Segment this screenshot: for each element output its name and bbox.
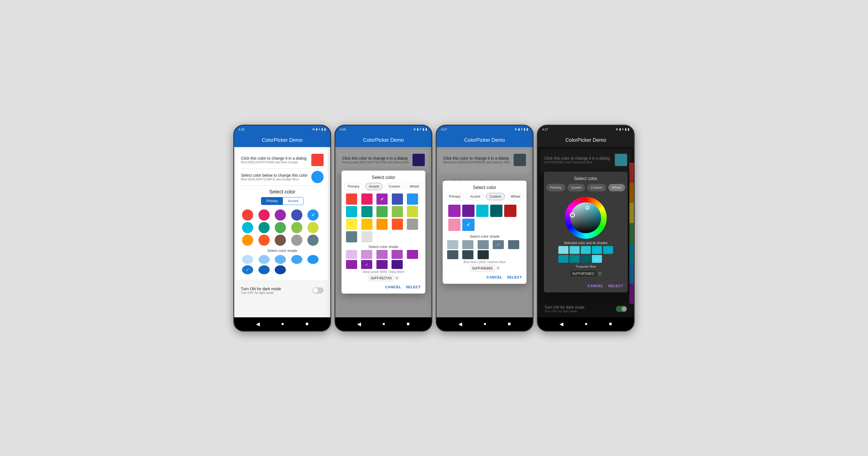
color-item-2-row[interactable]: Select color below to change this color … [241, 171, 323, 183]
shade-d2-1[interactable] [346, 250, 357, 259]
back-nav[interactable]: ◀ [256, 321, 260, 327]
shade-d2-9[interactable] [392, 260, 403, 269]
toggle-track-1[interactable] [312, 287, 323, 294]
sel-shade-2[interactable] [569, 246, 580, 254]
color-wheel[interactable] [565, 197, 607, 239]
shade-d2-2[interactable] [361, 250, 372, 259]
shade3-5[interactable] [508, 240, 519, 249]
back-nav-4[interactable]: ◀ [559, 321, 563, 327]
shade3-2[interactable] [462, 240, 473, 249]
color-item-1-row[interactable]: Click this color to change it in a dialo… [241, 154, 323, 166]
dgrid-blue[interactable] [407, 193, 418, 205]
shade-d2-4[interactable] [392, 250, 403, 259]
custom-c2[interactable] [462, 205, 474, 217]
shade-700[interactable]: ✓ [242, 265, 253, 274]
dgrid-teal[interactable] [361, 206, 373, 217]
color-bluegrey[interactable] [307, 235, 318, 246]
dialog-tab-primary-2[interactable]: Primary [344, 183, 363, 190]
home-nav-2[interactable]: ● [382, 321, 385, 327]
shade-d2-7-chk[interactable]: ✓ [361, 260, 372, 269]
custom-c7-chk[interactable]: ✓ [462, 219, 474, 231]
shade3-8[interactable] [477, 250, 489, 259]
shade3-1[interactable] [447, 240, 458, 249]
color-teal[interactable] [258, 222, 270, 233]
shade-200[interactable] [258, 255, 270, 264]
dgrid-green[interactable] [376, 206, 388, 217]
sel-shade-4[interactable] [592, 246, 602, 254]
color-indigo[interactable] [291, 209, 302, 221]
dgrid-purple-chk[interactable]: ✓ [376, 193, 388, 205]
dgrid-amber[interactable] [361, 219, 373, 230]
dgrid-orange[interactable] [376, 219, 388, 230]
sel-shade-5[interactable] [603, 246, 613, 254]
dgrid-bgrey[interactable] [346, 231, 357, 242]
dgrid-lgreen[interactable] [392, 206, 403, 217]
tab-primary-1[interactable]: Primary [261, 197, 283, 205]
shade-d2-5[interactable] [407, 250, 418, 259]
shade-900[interactable] [275, 265, 286, 274]
shade3-3[interactable] [477, 240, 489, 249]
shade-300[interactable] [275, 255, 286, 264]
cancel-button-2[interactable]: CANCEL [385, 285, 401, 289]
shade-d2-3[interactable] [376, 250, 388, 259]
recent-nav[interactable]: ■ [305, 321, 309, 327]
color-cyan[interactable] [242, 222, 253, 233]
custom-c4[interactable] [490, 205, 502, 217]
color-swatch-1[interactable] [311, 154, 323, 166]
dialog-tab-custom-3[interactable]: Custom [486, 193, 505, 200]
select-button-2[interactable]: SELECT [406, 285, 421, 289]
color-circle-1[interactable] [311, 171, 323, 183]
dialog-tab-accent-2[interactable]: Accent [365, 183, 383, 190]
custom-c1[interactable] [448, 205, 461, 217]
dgrid-pink[interactable] [361, 193, 373, 205]
saturation-selector[interactable] [586, 206, 589, 210]
dialog-tab-wheel-2[interactable]: Wheel [406, 183, 423, 190]
color-pink[interactable] [258, 209, 270, 221]
dialog-tab-wheel-3[interactable]: Wheel [507, 193, 524, 200]
custom-c3[interactable] [476, 205, 489, 217]
dgrid-dorange[interactable] [392, 219, 403, 230]
color-green[interactable] [275, 222, 286, 233]
shade-400[interactable] [291, 255, 302, 264]
custom-c5[interactable] [504, 205, 517, 217]
sel-shade-6[interactable] [558, 255, 568, 263]
home-nav[interactable]: ● [281, 321, 284, 327]
color-deeporange[interactable] [258, 235, 270, 246]
back-nav-2[interactable]: ◀ [357, 321, 361, 327]
dark-mode-toggle-1[interactable]: Turn ON for dark mode Turn OFF for light… [237, 284, 328, 297]
cancel-button-4[interactable]: CANCEL [588, 284, 603, 288]
dialog-tab-custom-2[interactable]: Custom [385, 183, 404, 190]
color-orange[interactable] [242, 235, 253, 246]
color-lime[interactable] [307, 222, 318, 233]
shade3-4-chk[interactable]: ✓ [493, 240, 504, 249]
shade-d2-6[interactable] [346, 260, 357, 269]
dialog-tab-primary-4[interactable]: Primary [546, 184, 565, 191]
dialog-tab-accent-3[interactable]: Accent [466, 193, 484, 200]
shade-500[interactable] [307, 255, 318, 264]
select-button-4[interactable]: SELECT [608, 284, 623, 288]
shade-d2-8[interactable] [376, 260, 388, 269]
dialog-tab-custom-4[interactable]: Custom [587, 184, 606, 191]
sel-shade-3[interactable] [581, 246, 591, 254]
color-grey[interactable] [291, 235, 302, 246]
back-nav-3[interactable]: ◀ [458, 321, 462, 327]
tab-accent-1[interactable]: Accent [283, 197, 303, 205]
cancel-button-3[interactable]: CANCEL [487, 275, 502, 279]
shade3-7[interactable] [462, 250, 473, 259]
color-lightgreen[interactable] [291, 222, 302, 233]
color-brown[interactable] [275, 235, 286, 246]
shade3-6[interactable] [447, 250, 458, 259]
select-button-3[interactable]: SELECT [507, 275, 522, 279]
sel-shade-8[interactable] [581, 255, 591, 263]
recent-nav-3[interactable]: ■ [508, 321, 511, 327]
home-nav-3[interactable]: ● [484, 321, 487, 327]
dgrid-cyan[interactable] [346, 206, 357, 217]
copy-icon-d2[interactable]: ⎘ [396, 276, 399, 281]
dgrid-grey[interactable] [407, 219, 418, 230]
home-nav-4[interactable]: ● [585, 321, 588, 327]
dgrid-lime[interactable] [407, 206, 418, 217]
dialog-tab-primary-3[interactable]: Primary [445, 193, 464, 200]
shade-800[interactable] [258, 265, 270, 274]
color-purple[interactable] [275, 209, 286, 221]
dialog-tab-accent-4[interactable]: Accent [567, 184, 585, 191]
